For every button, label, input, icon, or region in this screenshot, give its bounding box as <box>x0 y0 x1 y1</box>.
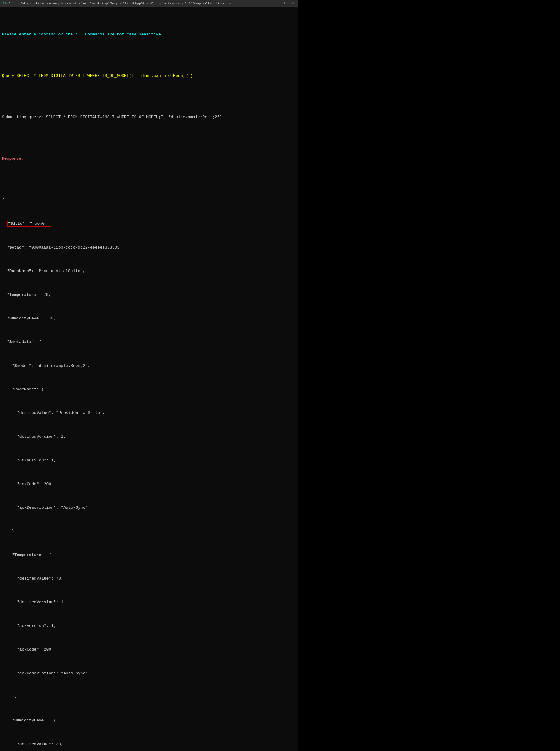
room0-roomname-close: }, <box>12 528 296 535</box>
window-controls[interactable]: − □ ✕ <box>276 1 295 6</box>
room0-ack-desc-temp: "ackDescription": "Auto-Sync" <box>17 671 296 677</box>
query-command: Query SELECT * FROM DIGITALTWINS T WHERE… <box>2 73 296 79</box>
room0-ack-code-temp: "ackCode": 200, <box>17 647 296 653</box>
window-title: C# C:\...\digital-twins-samples-master\A… <box>2 2 232 5</box>
room0-humidity-meta-open: "HumidityLevel": { <box>12 718 296 724</box>
room0-ack-version-roomname: "ackVersion": 1, <box>17 458 296 464</box>
room0-roomname-meta-open: "RoomName": { <box>12 387 296 392</box>
terminal-output: Please enter a command or 'help'. Comman… <box>0 7 298 751</box>
room0-roomname-top: "RoomName": "PresidentialSuite", <box>7 268 296 274</box>
room0-model: "$model": "dtmi:example:Room;2", <box>12 363 296 369</box>
room0-humidity-top: "HumidityLevel": 30, <box>7 316 296 322</box>
room0-temperature-top: "Temperature": 70, <box>7 292 296 298</box>
room0-desired-value-humidity: "desiredValue": 30, <box>17 742 296 748</box>
maximize-button[interactable]: □ <box>283 1 288 6</box>
room0-desired-version-temp: "desiredVersion": 1, <box>17 599 296 605</box>
response-label-1: Response: <box>2 156 296 162</box>
room0-ack-desc-roomname: "ackDescription": "Auto-Sync" <box>17 505 296 511</box>
room0-open-brace: { <box>2 197 296 204</box>
room0-etag: "$etag": "0000aaaa-11bb-cccc-dd22-eeeeee… <box>7 245 296 251</box>
room0-temperature-close: }, <box>12 694 296 700</box>
submitting-line: Submitting query: SELECT * FROM DIGITALT… <box>2 115 296 120</box>
room0-ack-code-roomname: "ackCode": 200, <box>17 481 296 487</box>
room0-desired-version-roomname: "desiredVersion": 1, <box>17 434 296 440</box>
minimize-button[interactable]: − <box>276 1 281 6</box>
window-titlebar: C# C:\...\digital-twins-samples-master\A… <box>0 0 298 7</box>
room0-dtid: "$dtId": "room0", <box>7 221 296 227</box>
room0-desired-value-temp: "desiredValue": 70, <box>17 576 296 582</box>
help-prompt-top: Please enter a command or 'help'. Comman… <box>2 32 296 38</box>
title-text: C:\...\digital-twins-samples-master\AdtS… <box>8 2 232 5</box>
room0-metadata-open: "$metadata": { <box>7 339 296 345</box>
room0-desired-value-roomname: "desiredValue": "PresidentialSuite", <box>17 410 296 416</box>
close-button[interactable]: ✕ <box>291 1 295 6</box>
room0-temperature-meta-open: "Temperature": { <box>12 552 296 558</box>
room0-dtid-highlight: "$dtId": "room0", <box>7 220 51 227</box>
cmd-icon: C# <box>2 2 6 5</box>
room0-ack-version-temp: "ackVersion": 1, <box>17 623 296 629</box>
